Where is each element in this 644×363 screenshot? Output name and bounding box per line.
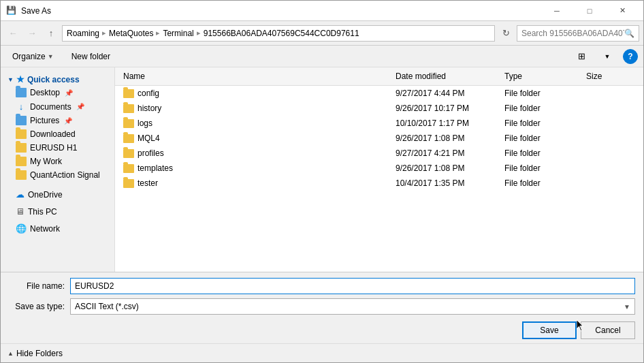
desktop-pin-icon: 📌: [65, 89, 73, 97]
organize-label: Organize: [12, 52, 46, 61]
table-row[interactable]: MQL4 9/26/2017 1:08 PM File folder: [115, 131, 643, 146]
file-size-cell: [583, 136, 638, 140]
filename-input[interactable]: [70, 278, 635, 294]
file-list-header: Name Date modified Type Size: [115, 67, 643, 86]
sidebar-item-thispc[interactable]: 🖥 This PC: [1, 204, 114, 219]
file-size-cell: [583, 121, 638, 125]
header-type[interactable]: Type: [502, 69, 583, 84]
downloaded-folder-icon: [16, 129, 27, 139]
filename-row: File name:: [9, 278, 635, 294]
minimize-button[interactable]: ─: [541, 1, 573, 21]
file-date-cell: 9/26/2017 1:08 PM: [393, 131, 502, 145]
file-date-cell: 9/27/2017 4:44 PM: [393, 86, 502, 100]
main-area: ▼ ★ Quick access Desktop 📌 ↓ Documents 📌…: [1, 67, 643, 272]
forward-button[interactable]: →: [24, 25, 40, 42]
quick-access-label: Quick access: [27, 75, 80, 84]
sidebar-item-desktop[interactable]: Desktop 📌: [1, 86, 114, 99]
save-button-label: Save: [540, 326, 558, 335]
title-bar: 💾 Save As ─ □ ✕: [1, 1, 643, 21]
address-bar: ← → ↑ Roaming ▸ MetaQuotes ▸ Terminal ▸ …: [1, 21, 643, 46]
view-arrow-icon: ▼: [605, 53, 611, 60]
file-name-cell: config: [120, 86, 393, 100]
window-icon: 💾: [6, 5, 17, 16]
table-row[interactable]: history 9/26/2017 10:17 PM File folder: [115, 101, 643, 116]
hide-folders-arrow-icon: ▲: [7, 350, 14, 357]
sidebar: ▼ ★ Quick access Desktop 📌 ↓ Documents 📌…: [1, 67, 115, 272]
sidebar-item-downloaded[interactable]: Downloaded: [1, 127, 114, 141]
table-row[interactable]: logs 10/10/2017 1:17 PM File folder: [115, 116, 643, 131]
sidebar-spacer: [1, 182, 114, 187]
sidebar-item-quantaction[interactable]: QuantAction Signal: [1, 168, 114, 182]
maximize-button[interactable]: □: [574, 1, 605, 21]
sidebar-item-documents[interactable]: ↓ Documents 📌: [1, 99, 114, 114]
file-type-cell: File folder: [502, 131, 583, 145]
sidebar-item-downloaded-label: Downloaded: [30, 129, 76, 139]
view-button[interactable]: ⊞: [571, 49, 592, 64]
crumb-roaming: Roaming: [67, 29, 99, 38]
table-row[interactable]: profiles 9/27/2017 4:21 PM File folder: [115, 146, 643, 161]
close-button[interactable]: ✕: [607, 1, 638, 21]
file-size-cell: [583, 106, 638, 110]
crumb-metaquotes: MetaQuotes: [109, 29, 153, 38]
sidebar-quick-access-header[interactable]: ▼ ★ Quick access: [1, 70, 114, 86]
hide-folders-label: Hide Folders: [16, 349, 63, 358]
eurusd-folder-icon: [16, 143, 27, 153]
search-box[interactable]: 🔍: [517, 25, 639, 42]
hide-folders-footer[interactable]: ▲ Hide Folders: [1, 343, 643, 362]
table-row[interactable]: tester 10/4/2017 1:35 PM File folder: [115, 176, 643, 191]
sidebar-item-desktop-label: Desktop: [30, 88, 60, 97]
crumb-sep-2: ▸: [156, 29, 160, 37]
sidebar-item-network[interactable]: 🌐 Network: [1, 221, 114, 236]
thispc-icon: 🖥: [16, 206, 25, 217]
crumb-sep-1: ▸: [102, 29, 106, 37]
file-type-cell: File folder: [502, 146, 583, 160]
view-icon: ⊞: [578, 51, 585, 61]
file-date-cell: 10/10/2017 1:17 PM: [393, 116, 502, 130]
sidebar-item-thispc-label: This PC: [28, 207, 57, 217]
header-name[interactable]: Name: [120, 69, 393, 84]
folder-icon: [123, 89, 134, 98]
table-row[interactable]: config 9/27/2017 4:44 PM File folder: [115, 86, 643, 101]
search-icon: 🔍: [624, 29, 634, 38]
refresh-button[interactable]: ↻: [498, 25, 514, 42]
documents-download-icon: ↓: [16, 101, 27, 112]
search-input[interactable]: [521, 29, 624, 38]
up-button[interactable]: ↑: [43, 25, 59, 42]
file-name-cell: MQL4: [120, 131, 393, 145]
folder-icon: [123, 179, 134, 188]
file-name-cell: logs: [120, 116, 393, 130]
back-button[interactable]: ←: [5, 25, 21, 42]
quick-access-star-icon: ★: [16, 74, 25, 84]
sidebar-item-eurusd[interactable]: EURUSD H1: [1, 141, 114, 155]
sidebar-item-pictures-label: Pictures: [30, 116, 59, 125]
help-button[interactable]: ?: [623, 49, 638, 64]
sidebar-item-onedrive[interactable]: ☁ OneDrive: [1, 187, 114, 202]
folder-icon: [123, 104, 134, 113]
crumb-terminal: Terminal: [163, 29, 193, 38]
file-size-cell: [583, 151, 638, 155]
file-type-cell: File folder: [502, 101, 583, 115]
select-arrow-icon: ▼: [624, 303, 630, 311]
new-folder-button[interactable]: New folder: [65, 49, 116, 64]
cancel-button[interactable]: Cancel: [581, 321, 635, 339]
cancel-button-label: Cancel: [595, 326, 620, 335]
address-path[interactable]: Roaming ▸ MetaQuotes ▸ Terminal ▸ 915566…: [62, 25, 495, 42]
file-size-cell: [583, 166, 638, 170]
sidebar-item-documents-label: Documents: [30, 102, 71, 112]
organize-button[interactable]: Organize ▼: [6, 49, 60, 64]
savetype-select[interactable]: ASCII Text (*.csv) ▼: [70, 298, 635, 315]
sidebar-item-pictures[interactable]: Pictures 📌: [1, 114, 114, 127]
folder-icon: [123, 149, 134, 158]
folder-icon: [123, 134, 134, 143]
bottom-area: File name: Save as type: ASCII Text (*.c…: [1, 272, 643, 343]
save-button[interactable]: Save: [522, 321, 577, 339]
header-date[interactable]: Date modified: [393, 69, 502, 84]
sidebar-item-mywork[interactable]: My Work: [1, 155, 114, 168]
savetype-row: Save as type: ASCII Text (*.csv) ▼: [9, 298, 635, 315]
mywork-folder-icon: [16, 157, 27, 166]
header-size[interactable]: Size: [583, 69, 638, 84]
view-arrow-button[interactable]: ▼: [597, 49, 617, 64]
table-row[interactable]: templates 9/26/2017 1:08 PM File folder: [115, 161, 643, 176]
quantaction-folder-icon: [16, 170, 27, 180]
savetype-label: Save as type:: [9, 302, 70, 311]
